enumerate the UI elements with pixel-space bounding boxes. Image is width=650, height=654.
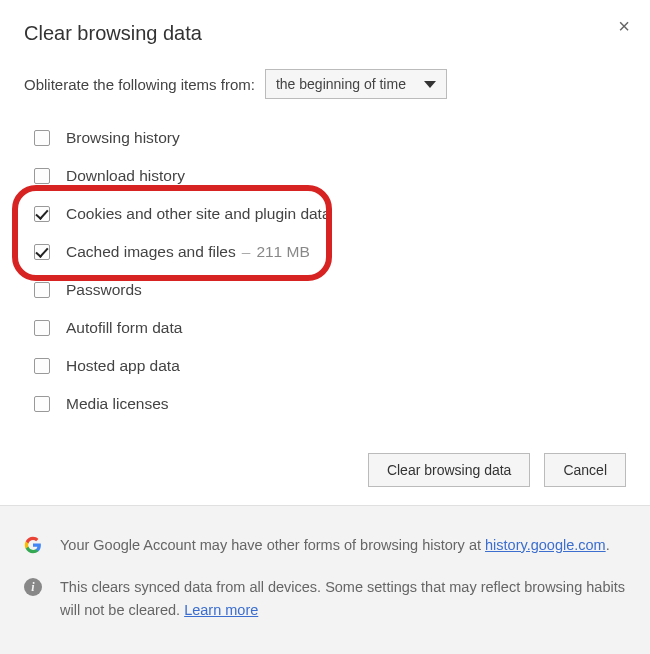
clear-option-detail: 211 MB bbox=[256, 243, 309, 260]
clear-option-label: Passwords bbox=[66, 281, 142, 299]
learn-more-link[interactable]: Learn more bbox=[184, 602, 258, 618]
clear-option-label: Autofill form data bbox=[66, 319, 182, 337]
info-icon: i bbox=[24, 578, 42, 596]
checkbox[interactable] bbox=[34, 130, 50, 146]
time-range-value: the beginning of time bbox=[276, 76, 406, 92]
clear-option-row: Autofill form data bbox=[28, 309, 626, 347]
checkbox[interactable] bbox=[34, 358, 50, 374]
footer-sync-text: This clears synced data from all devices… bbox=[60, 576, 626, 621]
close-icon[interactable]: × bbox=[614, 12, 634, 40]
clear-option-row: Cookies and other site and plugin data bbox=[28, 195, 626, 233]
clear-option-row: Passwords bbox=[28, 271, 626, 309]
footer-google-account-row: Your Google Account may have other forms… bbox=[24, 524, 626, 566]
clear-option-label: Browsing history bbox=[66, 129, 180, 147]
clear-options-list: Browsing historyDownload historyCookies … bbox=[24, 119, 626, 423]
checkbox[interactable] bbox=[34, 320, 50, 336]
dialog-button-row: Clear browsing data Cancel bbox=[0, 423, 650, 506]
checkbox[interactable] bbox=[34, 282, 50, 298]
clear-option-row: Browsing history bbox=[28, 119, 626, 157]
clear-option-label: Cached images and files–211 MB bbox=[66, 243, 310, 261]
footer-account-text: Your Google Account may have other forms… bbox=[60, 534, 610, 556]
footer-sync-row: i This clears synced data from all devic… bbox=[24, 566, 626, 631]
dialog-title: Clear browsing data bbox=[24, 22, 626, 45]
time-range-dropdown[interactable]: the beginning of time bbox=[265, 69, 447, 99]
clear-option-row: Download history bbox=[28, 157, 626, 195]
clear-option-label: Hosted app data bbox=[66, 357, 180, 375]
google-logo-icon bbox=[24, 536, 42, 554]
clear-option-row: Media licenses bbox=[28, 385, 626, 423]
chevron-down-icon bbox=[424, 81, 436, 88]
obliterate-from-row: Obliterate the following items from: the… bbox=[24, 69, 626, 99]
clear-browsing-data-dialog: × Clear browsing data Obliterate the fol… bbox=[0, 0, 650, 423]
history-google-com-link[interactable]: history.google.com bbox=[485, 537, 606, 553]
checkbox[interactable] bbox=[34, 396, 50, 412]
checkbox[interactable] bbox=[34, 168, 50, 184]
checkbox[interactable] bbox=[34, 206, 50, 222]
checkbox[interactable] bbox=[34, 244, 50, 260]
dialog-footer: Your Google Account may have other forms… bbox=[0, 506, 650, 654]
clear-option-label: Download history bbox=[66, 167, 185, 185]
clear-browsing-data-button[interactable]: Clear browsing data bbox=[368, 453, 531, 487]
clear-option-row: Cached images and files–211 MB bbox=[28, 233, 626, 271]
clear-option-label: Media licenses bbox=[66, 395, 169, 413]
obliterate-from-label: Obliterate the following items from: bbox=[24, 76, 255, 93]
clear-option-label: Cookies and other site and plugin data bbox=[66, 205, 331, 223]
cancel-button[interactable]: Cancel bbox=[544, 453, 626, 487]
clear-option-row: Hosted app data bbox=[28, 347, 626, 385]
